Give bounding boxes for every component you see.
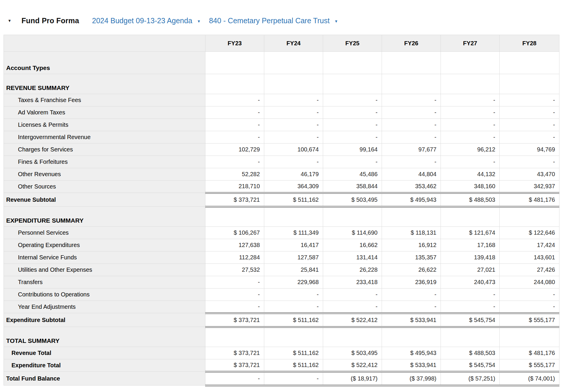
- pro-forma-table: FY23 FY24 FY25 FY26 FY27 FY28 Account Ty…: [4, 35, 559, 386]
- cell-value: [205, 74, 264, 94]
- cell-value: [323, 74, 382, 94]
- cell-value: [441, 52, 500, 74]
- cell-value: -: [264, 131, 323, 144]
- table-row: Contributions to Operations------: [4, 288, 559, 301]
- cell-value: -: [441, 131, 500, 144]
- row-label: Ad Valorem Taxes: [4, 106, 205, 119]
- cell-value: [441, 327, 500, 347]
- cell-value: 143,601: [500, 251, 559, 264]
- cell-value: [205, 327, 264, 347]
- cell-value: $ 373,721: [205, 193, 264, 207]
- chevron-down-icon[interactable]: ▼: [334, 18, 338, 23]
- cell-value: [441, 207, 500, 227]
- report-header: ▼ Fund Pro Forma 2024 Budget 09-13-23 Ag…: [8, 15, 565, 26]
- cell-value: $ 481,176: [500, 347, 559, 359]
- cell-value: 44,132: [441, 168, 500, 181]
- cell-value: $ 555,177: [500, 359, 559, 372]
- table-row: Taxes & Franchise Fees------: [4, 94, 559, 106]
- collapse-icon[interactable]: ▼: [8, 19, 11, 23]
- table-row: Revenue Subtotal$ 373,721$ 511,162$ 503,…: [4, 193, 559, 207]
- cell-value: 348,160: [441, 181, 500, 193]
- chevron-down-icon[interactable]: ▼: [197, 18, 201, 23]
- page-title: Fund Pro Forma: [21, 16, 79, 25]
- table-row: Other Revenues52,28246,17945,48644,80444…: [4, 168, 559, 181]
- row-label: REVENUE SUMMARY: [4, 74, 205, 94]
- table-row: Transfers-229,968233,418236,919240,47324…: [4, 276, 559, 288]
- cell-value: 27,532: [205, 264, 264, 276]
- column-header: FY27: [441, 35, 500, 52]
- cell-value: -: [205, 131, 264, 144]
- row-label: Contributions to Operations: [4, 288, 205, 301]
- cell-value: $ 121,674: [441, 227, 500, 239]
- cell-value: -: [264, 94, 323, 106]
- table-row: TOTAL SUMMARY: [4, 327, 559, 347]
- cell-value: 102,729: [205, 144, 264, 156]
- table-row: EXPENDITURE SUMMARY: [4, 207, 559, 227]
- cell-value: -: [205, 119, 264, 131]
- cell-value: ($ 57,251): [441, 372, 500, 386]
- row-label: Personnel Services: [4, 227, 205, 239]
- cell-value: -: [264, 119, 323, 131]
- cell-value: 229,968: [264, 276, 323, 288]
- cell-value: [205, 52, 264, 74]
- cell-value: [323, 207, 382, 227]
- cell-value: -: [323, 131, 382, 144]
- cell-value: [382, 327, 441, 347]
- cell-value: [205, 207, 264, 227]
- cell-value: -: [264, 288, 323, 301]
- cell-value: [382, 207, 441, 227]
- cell-value: $ 114,690: [323, 227, 382, 239]
- cell-value: 96,212: [441, 144, 500, 156]
- cell-value: [264, 52, 323, 74]
- cell-value: $ 555,177: [500, 313, 559, 327]
- cell-value: -: [264, 106, 323, 119]
- cell-value: 45,486: [323, 168, 382, 181]
- cell-value: 16,417: [264, 239, 323, 251]
- cell-value: [441, 74, 500, 94]
- cell-value: 135,357: [382, 251, 441, 264]
- cell-value: -: [382, 106, 441, 119]
- table-row: Intergovernmental Revenue------: [4, 131, 559, 144]
- table-row: Utilities and Other Expenses27,53225,841…: [4, 264, 559, 276]
- cell-value: -: [382, 94, 441, 106]
- row-label: Licenses & Permits: [4, 119, 205, 131]
- cell-value: 25,841: [264, 264, 323, 276]
- cell-value: 27,426: [500, 264, 559, 276]
- cell-value: 17,168: [441, 239, 500, 251]
- cell-value: -: [264, 372, 323, 386]
- cell-value: -: [323, 94, 382, 106]
- fund-dropdown[interactable]: 840 - Cemetary Perpetual Care Trust ▼: [209, 16, 338, 25]
- cell-value: 127,638: [205, 239, 264, 251]
- cell-value: $ 511,162: [264, 313, 323, 327]
- cell-value: 26,228: [323, 264, 382, 276]
- table-row: Charges for Services102,729100,67499,164…: [4, 144, 559, 156]
- cell-value: -: [205, 301, 264, 313]
- cell-value: [382, 52, 441, 74]
- row-label: Account Types: [4, 52, 205, 74]
- table-row: Internal Service Funds112,284127,587131,…: [4, 251, 559, 264]
- budget-dropdown[interactable]: 2024 Budget 09-13-23 Agenda ▼: [92, 16, 201, 25]
- cell-value: 94,769: [500, 144, 559, 156]
- row-label: TOTAL SUMMARY: [4, 327, 205, 347]
- cell-value: -: [323, 106, 382, 119]
- cell-value: -: [382, 156, 441, 168]
- cell-value: $ 488,503: [441, 347, 500, 359]
- cell-value: 52,282: [205, 168, 264, 181]
- cell-value: $ 511,162: [264, 359, 323, 372]
- cell-value: $ 481,176: [500, 193, 559, 207]
- cell-value: [323, 52, 382, 74]
- table-row: Expenditure Total$ 373,721$ 511,162$ 522…: [4, 359, 559, 372]
- cell-value: -: [500, 119, 559, 131]
- cell-value: -: [441, 106, 500, 119]
- row-label: Year End Adjustments: [4, 301, 205, 313]
- cell-value: ($ 74,001): [500, 372, 559, 386]
- cell-value: -: [500, 106, 559, 119]
- cell-value: 46,179: [264, 168, 323, 181]
- row-label: Transfers: [4, 276, 205, 288]
- cell-value: -: [205, 94, 264, 106]
- cell-value: -: [323, 156, 382, 168]
- table-body: Account TypesREVENUE SUMMARYTaxes & Fran…: [4, 52, 559, 386]
- cell-value: $ 503,495: [323, 193, 382, 207]
- table-row: Year End Adjustments------: [4, 301, 559, 313]
- cell-value: $ 545,754: [441, 313, 500, 327]
